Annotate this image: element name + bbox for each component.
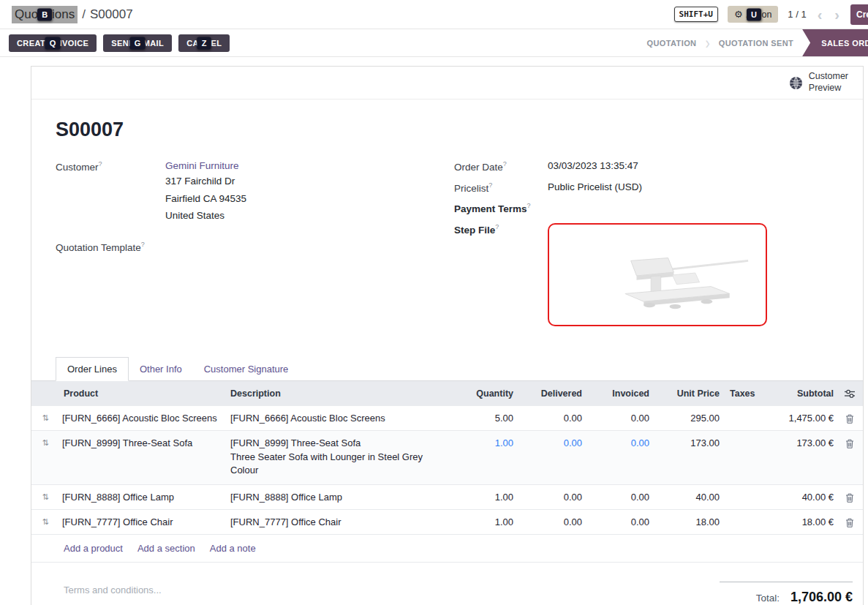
order-date-value[interactable]: 03/03/2023 13:35:47 [548, 160, 638, 173]
keyboard-hint-badge: G [130, 37, 146, 49]
drag-handle-icon[interactable]: ⇅ [31, 516, 59, 527]
cell-unit-price[interactable]: 18.00 [652, 516, 722, 527]
tab-order-lines[interactable]: Order Lines [56, 357, 129, 381]
trash-icon [845, 518, 854, 527]
help-icon: ? [503, 160, 507, 168]
column-header-quantity[interactable]: Quantity [452, 388, 516, 399]
cell-description[interactable]: [FURN_8999] Three-Seat Sofa Three Seater… [227, 437, 452, 478]
cell-product[interactable]: [FURN_8888] Office Lamp [59, 492, 227, 503]
payment-terms-field[interactable]: Payment Terms? [454, 202, 845, 214]
cell-delivered[interactable]: 0.00 [516, 437, 585, 448]
drag-handle-icon[interactable]: ⇅ [31, 413, 59, 423]
table-row[interactable]: ⇅ [FURN_8888] Office Lamp [FURN_8888] Of… [31, 485, 863, 510]
column-header-unit-price[interactable]: Unit Price [652, 388, 722, 399]
cell-description[interactable]: [FURN_7777] Office Chair [227, 516, 452, 527]
breadcrumb: Quotations B / S00007 [12, 6, 133, 23]
form-fields: Customer? Gemini Furniture 317 Fairchild… [56, 160, 845, 335]
column-header-description[interactable]: Description [227, 388, 452, 399]
variant-line: Three Seater Sofa with Lounger in Steel … [230, 451, 449, 478]
cell-unit-price[interactable]: 173.00 [652, 437, 722, 448]
adjust-columns-icon [845, 389, 855, 398]
cell-product[interactable]: [FURN_8999] Three-Seat Sofa [59, 437, 227, 448]
delete-row-button[interactable] [837, 413, 863, 424]
pricelist-value[interactable]: Public Pricelist (USD) [548, 181, 642, 194]
top-navbar: Quotations B / S00007 SHIFT+U ⚙ Action U… [0, 0, 868, 29]
table-row[interactable]: ⇅ [FURN_6666] Acoustic Bloc Screens [FUR… [31, 406, 863, 431]
statusbar-stage-quotation-sent[interactable]: QUOTATION SENT [710, 29, 802, 56]
cell-delivered[interactable]: 0.00 [516, 492, 585, 503]
help-icon: ? [527, 202, 531, 209]
add-product-link[interactable]: Add a product [64, 543, 123, 554]
create-invoice-button[interactable]: CREATE INVOICE Q [9, 34, 97, 52]
delete-row-button[interactable] [837, 516, 863, 527]
optional-columns-button[interactable] [837, 389, 863, 398]
record-pager[interactable]: 1 / 1 [788, 9, 806, 20]
notebook-tabs: Order Lines Other Info Customer Signatur… [31, 357, 863, 381]
column-header-subtotal[interactable]: Subtotal [758, 388, 837, 399]
help-icon: ? [99, 160, 102, 168]
pager-next-icon[interactable]: › [833, 7, 841, 22]
cell-invoiced[interactable]: 0.00 [585, 413, 652, 424]
cell-invoiced[interactable]: 0.00 [585, 492, 652, 503]
cell-delivered[interactable]: 0.00 [516, 413, 585, 424]
cancel-button[interactable]: CANCEL Z [178, 34, 230, 52]
total-value: 1,706.00 € [790, 590, 853, 605]
tab-customer-signature[interactable]: Customer Signature [193, 358, 300, 380]
cell-product[interactable]: [FURN_6666] Acoustic Bloc Screens [59, 413, 227, 424]
drag-handle-icon[interactable]: ⇅ [31, 492, 59, 502]
table-row[interactable]: ⇅ [FURN_8999] Three-Seat Sofa [FURN_8999… [31, 431, 863, 486]
cell-delivered[interactable]: 0.00 [516, 516, 585, 527]
pager-previous-icon[interactable]: ‹ [816, 7, 824, 22]
3d-part-render [588, 235, 752, 314]
column-header-delivered[interactable]: Delivered [516, 388, 585, 399]
table-footer-links: Add a product Add a section Add a note [31, 535, 863, 563]
trash-icon [845, 493, 854, 503]
statusbar: QUOTATION › QUOTATION SENT SALES ORDER [638, 29, 868, 56]
action-menu-button[interactable]: ⚙ Action U [728, 6, 778, 23]
control-bar: CREATE INVOICE Q SEND EMAIL G CANCEL Z Q… [0, 29, 868, 57]
cell-description[interactable]: [FURN_8888] Office Lamp [227, 492, 452, 503]
cell-quantity[interactable]: 1.00 [452, 437, 516, 448]
cell-quantity[interactable]: 1.00 [452, 516, 516, 527]
order-lines-table: Product Description Quantity Delivered I… [31, 381, 863, 563]
create-button[interactable]: Create [850, 4, 868, 25]
keyboard-shortcut-badge: SHIFT+U [674, 7, 718, 22]
breadcrumb-parent[interactable]: Quotations B [12, 6, 78, 23]
add-note-link[interactable]: Add a note [210, 543, 256, 554]
keyboard-hint-badge: Q [45, 37, 61, 49]
sheet-body: S00007 Customer? Gemini Furniture 317 Fa… [31, 99, 863, 335]
cell-unit-price[interactable]: 295.00 [652, 413, 722, 424]
delete-row-button[interactable] [837, 437, 863, 448]
total-label: Total: [756, 593, 780, 604]
add-section-link[interactable]: Add a section [137, 543, 195, 554]
statusbar-stage-sales-order[interactable]: SALES ORDER [802, 29, 868, 56]
column-header-taxes[interactable]: Taxes [722, 388, 758, 399]
customer-link[interactable]: Gemini Furniture [165, 160, 239, 171]
cell-quantity[interactable]: 5.00 [452, 413, 516, 424]
step-file-image[interactable] [548, 223, 767, 326]
customer-preview-label: Customer Preview [809, 71, 848, 94]
chevron-right-icon: › [705, 34, 709, 52]
table-header: Product Description Quantity Delivered I… [31, 381, 863, 406]
cell-invoiced[interactable]: 0.00 [585, 437, 652, 448]
tab-other-info[interactable]: Other Info [129, 358, 193, 380]
cell-description[interactable]: [FURN_6666] Acoustic Bloc Screens [227, 413, 452, 424]
smart-button-strip: Customer Preview [31, 67, 863, 99]
drag-handle-icon[interactable]: ⇅ [31, 437, 59, 448]
terms-and-conditions-input[interactable]: Terms and conditions... [64, 582, 162, 595]
form-left-column: Customer? Gemini Furniture 317 Fairchild… [56, 160, 447, 335]
quotation-template-field[interactable]: Quotation Template? [56, 241, 447, 253]
table-row[interactable]: ⇅ [FURN_7777] Office Chair [FURN_7777] O… [31, 510, 863, 535]
send-email-button[interactable]: SEND EMAIL G [103, 34, 172, 52]
address-line: United States [165, 208, 246, 223]
cell-unit-price[interactable]: 40.00 [652, 492, 722, 503]
column-header-product[interactable]: Product [59, 388, 227, 399]
cell-product[interactable]: [FURN_7777] Office Chair [59, 516, 227, 527]
cell-invoiced[interactable]: 0.00 [585, 516, 652, 527]
delete-row-button[interactable] [837, 492, 863, 503]
customer-preview-button[interactable]: Customer Preview [789, 71, 848, 94]
statusbar-stage-quotation[interactable]: QUOTATION [638, 29, 705, 56]
customer-field-label: Customer? [56, 160, 165, 223]
column-header-invoiced[interactable]: Invoiced [585, 388, 652, 399]
cell-quantity[interactable]: 1.00 [452, 492, 516, 503]
